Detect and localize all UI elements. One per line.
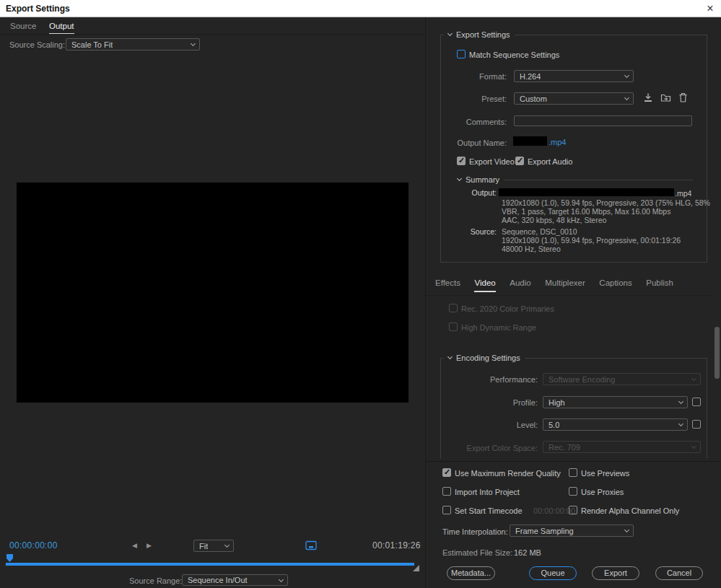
rec2020-label: Rec. 2020 Color Primaries [461, 304, 554, 313]
estimated-size-label: Estimated File Size: [442, 548, 512, 557]
use-previews-checkbox[interactable] [569, 468, 577, 477]
tab-audio[interactable]: Audio [510, 278, 530, 292]
render-alpha-label[interactable]: Render Alpha Channel Only [581, 506, 679, 515]
profile-override-checkbox[interactable] [692, 398, 701, 406]
set-out-icon[interactable]: ▶ [147, 542, 152, 549]
redacted-output-path [499, 188, 674, 196]
level-label: Level: [440, 421, 538, 429]
set-start-timecode-label[interactable]: Set Start Timecode [455, 506, 523, 515]
tab-video[interactable]: Video [474, 278, 495, 292]
export-button[interactable]: Export [592, 566, 639, 580]
profile-select[interactable]: High [543, 396, 688, 408]
source-scaling-value: Scale To Fit [71, 40, 113, 49]
time-interpolation-label: Time Interpolation: [442, 527, 508, 536]
max-render-quality-label[interactable]: Use Maximum Render Quality [455, 469, 561, 478]
set-start-timecode-checkbox[interactable] [442, 506, 451, 514]
tab-output[interactable]: Output [49, 22, 74, 35]
save-preset-button[interactable] [643, 92, 653, 106]
summary-source-label: Source: [440, 227, 497, 236]
timeline-end-grip[interactable] [413, 565, 419, 571]
tab-captions[interactable]: Captions [599, 278, 632, 292]
chevron-down-icon [678, 421, 683, 426]
summary-output-label: Output: [440, 188, 497, 197]
summary-output-line: AAC, 320 kbps, 48 kHz, Stereo [502, 216, 711, 224]
format-value: H.264 [520, 72, 541, 81]
window-title: Export Settings [6, 4, 70, 14]
header-line [504, 180, 693, 180]
chevron-down-icon [624, 527, 629, 532]
format-select[interactable]: H.264 [514, 70, 634, 82]
summary-source-line: 1920x1080 (1.0), 59.94 fps, Progressive,… [502, 236, 711, 245]
max-render-quality-checkbox[interactable] [442, 468, 451, 477]
import-into-project-checkbox[interactable] [442, 487, 451, 496]
preset-select[interactable]: Custom [514, 92, 634, 105]
output-name-link[interactable]: .mp4 [549, 138, 566, 146]
header-line [441, 358, 444, 359]
tab-effects[interactable]: Effects [435, 278, 460, 292]
header-line [525, 358, 707, 359]
chevron-down-icon[interactable] [447, 354, 453, 359]
comments-input[interactable] [514, 115, 692, 126]
level-override-checkbox[interactable] [692, 420, 701, 429]
cancel-button[interactable]: Cancel [655, 566, 703, 580]
left-tabs-divider [0, 34, 426, 35]
trash-icon [678, 92, 688, 102]
time-interpolation-select[interactable]: Frame Sampling [510, 525, 634, 537]
use-previews-label[interactable]: Use Previews [581, 469, 629, 478]
header-line [515, 35, 707, 35]
tab-source[interactable]: Source [10, 22, 36, 33]
render-alpha-checkbox[interactable] [569, 506, 577, 514]
colorspace-select: Rec. 709 [543, 441, 701, 453]
colorspace-label: Export Color Space: [440, 444, 538, 452]
scrollbar-thumb[interactable] [715, 327, 720, 379]
playhead-marker[interactable] [6, 554, 13, 562]
export-video-label[interactable]: Export Video [469, 157, 515, 166]
queue-button[interactable]: Queue [529, 566, 577, 580]
summary-title: Summary [466, 175, 499, 184]
metadata-button[interactable]: Metadata... [447, 566, 495, 580]
chevron-down-icon[interactable] [447, 31, 453, 36]
zoom-value: Fit [199, 542, 208, 550]
use-proxies-checkbox[interactable] [569, 487, 577, 496]
close-icon[interactable]: × [703, 1, 717, 16]
redacted-output-name [513, 136, 547, 146]
chevron-down-icon [691, 444, 696, 449]
level-value: 5.0 [549, 421, 559, 429]
summary-output-line: 1920x1080 (1.0), 59.94 fps, Progressive,… [502, 198, 711, 207]
encoding-settings-title: Encoding Settings [456, 354, 520, 362]
export-video-checkbox[interactable] [457, 157, 466, 165]
delete-preset-button[interactable] [678, 92, 688, 105]
import-preset-button[interactable] [660, 92, 671, 105]
use-proxies-label[interactable]: Use Proxies [581, 488, 624, 496]
export-settings-header: Export Settings [441, 30, 707, 40]
timeline-track[interactable] [6, 563, 414, 566]
import-preset-icon [660, 92, 671, 102]
footer-divider [426, 461, 721, 462]
estimated-size-value: 162 MB [514, 548, 541, 557]
source-range-value: Sequence In/Out [188, 576, 248, 584]
source-scaling-select[interactable]: Scale To Fit [66, 38, 200, 51]
match-sequence-checkbox[interactable] [457, 50, 466, 58]
header-line [441, 35, 444, 35]
export-audio-checkbox[interactable] [515, 157, 524, 165]
zoom-select[interactable]: Fit [193, 540, 234, 552]
import-into-project-label[interactable]: Import Into Project [455, 488, 520, 496]
source-range-select[interactable]: Sequence In/Out [182, 574, 288, 586]
chevron-down-icon [224, 543, 230, 548]
titlebar: Export Settings × [0, 0, 721, 17]
format-label: Format: [433, 72, 507, 81]
set-in-icon[interactable]: ◀ [132, 542, 137, 549]
tab-publish[interactable]: Publish [646, 278, 673, 292]
chevron-down-icon [691, 376, 696, 381]
performance-label: Performance: [440, 375, 538, 384]
tab-multiplexer[interactable]: Multiplexer [545, 278, 585, 292]
fit-frame-button[interactable] [305, 540, 317, 550]
match-sequence-label[interactable]: Match Sequence Settings [469, 51, 559, 59]
export-audio-label[interactable]: Export Audio [528, 157, 572, 166]
monitor-icon [305, 540, 317, 550]
chevron-down-icon[interactable] [457, 176, 462, 181]
level-select[interactable]: 5.0 [543, 418, 688, 431]
chevron-down-icon [279, 577, 284, 582]
export-settings-window: Export Settings × Source Output Source S… [0, 0, 721, 588]
current-timecode[interactable]: 00:00:00:00 [9, 540, 58, 550]
